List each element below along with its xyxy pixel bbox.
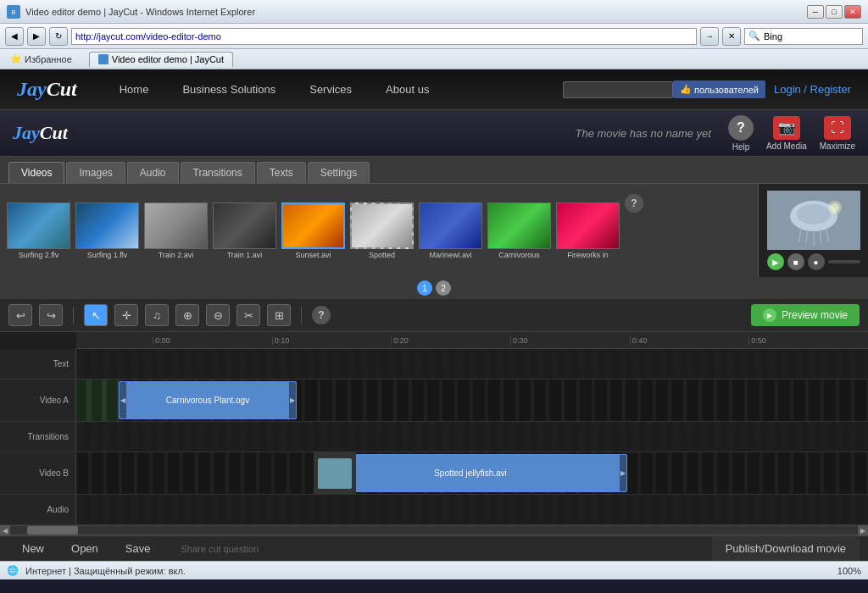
- clip-b[interactable]: ◀ Spotted jellyfish.avi ▶: [314, 454, 627, 492]
- ruler-mark-3: 0:30: [510, 336, 630, 345]
- list-item[interactable]: Surfing 1.flv: [75, 202, 139, 259]
- list-item[interactable]: Sunset.avi: [281, 202, 345, 259]
- publish-button[interactable]: Publish/Download movie: [712, 536, 860, 561]
- address-bar[interactable]: http://jaycut.com/video-editor-demo: [71, 28, 697, 45]
- page-1-button[interactable]: 1: [417, 280, 432, 296]
- video-b-content: ◀ Spotted jellyfish.avi ▶: [76, 452, 868, 494]
- browser-nav-bar: ◀ ▶ ↻ http://jaycut.com/video-editor-dem…: [0, 24, 868, 49]
- logo[interactable]: JayCut: [17, 78, 77, 101]
- editor-logo[interactable]: JayCut: [13, 122, 576, 144]
- nav-business[interactable]: Business Solutions: [165, 69, 292, 110]
- bottom-bar: New Open Save Share cut question Publish…: [0, 535, 868, 561]
- text-track-label: Text: [0, 349, 76, 379]
- media-thumb-fireworks: [556, 202, 620, 249]
- media-label: Marinewi.avi: [429, 251, 471, 259]
- right-scroll-button[interactable]: ▶: [858, 525, 868, 535]
- help-button[interactable]: ? Help: [728, 115, 754, 152]
- close-button[interactable]: ✕: [844, 5, 861, 19]
- media-thumb-marine: [419, 202, 482, 249]
- media-thumb-spotted: [350, 202, 414, 249]
- scroll-thumb[interactable]: [27, 526, 78, 535]
- nav-home[interactable]: Home: [103, 69, 166, 110]
- audio-tool-button[interactable]: ♫: [145, 304, 169, 326]
- nav-search-input[interactable]: [563, 81, 673, 98]
- open-button[interactable]: Open: [58, 536, 112, 561]
- tab-settings[interactable]: Settings: [308, 162, 370, 183]
- search-bar: 🔍 Bing: [744, 28, 863, 45]
- address-text: http://jaycut.com/video-editor-demo: [75, 31, 221, 42]
- favorites-item[interactable]: ⭐ Избранное: [7, 53, 75, 65]
- media-thumb-carnivorous: [487, 202, 551, 249]
- blade-tool-button[interactable]: ✂: [236, 304, 260, 326]
- clip-b-handle-right[interactable]: ▶: [620, 455, 626, 491]
- media-pagination: 1 2: [0, 277, 868, 299]
- maximize-icon: ⛶: [824, 116, 851, 140]
- restore-button[interactable]: □: [826, 5, 843, 19]
- track-background-strip: [76, 349, 868, 379]
- zoom-out-button[interactable]: ⊖: [206, 304, 230, 326]
- undo-button[interactable]: ↩: [8, 304, 32, 326]
- login-button[interactable]: Login / Register: [774, 83, 851, 96]
- new-button[interactable]: New: [8, 536, 58, 561]
- stop-button[interactable]: ■: [787, 253, 804, 270]
- media-tabs-bar: Videos Images Audio Transitions Texts Se…: [0, 157, 868, 184]
- multiselect-tool-button[interactable]: ✛: [114, 304, 138, 326]
- list-item[interactable]: Marinewi.avi: [419, 202, 482, 259]
- tab-images[interactable]: Images: [66, 162, 125, 183]
- list-item[interactable]: Spotted: [350, 202, 414, 259]
- tab-texts[interactable]: Texts: [257, 162, 306, 183]
- clip-a-handle-left[interactable]: ◀: [120, 382, 126, 418]
- tab-videos[interactable]: Videos: [8, 162, 64, 183]
- refresh-button[interactable]: ↻: [49, 27, 68, 46]
- media-thumb-surf1: [75, 202, 139, 249]
- forward-button[interactable]: ▶: [27, 27, 46, 46]
- toolbar-separator-2: [301, 307, 302, 324]
- nav-services[interactable]: Services: [292, 69, 369, 110]
- preview-movie-label: Preview movie: [782, 309, 848, 321]
- list-item[interactable]: Fireworks in: [556, 202, 620, 259]
- fit-button[interactable]: ⊞: [267, 304, 291, 326]
- select-tool-button[interactable]: ↖: [84, 304, 108, 326]
- save-button[interactable]: Save: [112, 536, 164, 561]
- preview-movie-button[interactable]: ▶ Preview movie: [751, 304, 860, 326]
- window-buttons: ─ □ ✕: [807, 5, 861, 19]
- zoom-in-button[interactable]: ⊕: [175, 304, 199, 326]
- list-item[interactable]: Train 2.avi: [144, 202, 208, 259]
- text-track: Text: [0, 349, 868, 380]
- list-item[interactable]: Train 1.avi: [213, 202, 276, 259]
- left-scroll-button[interactable]: ◀: [0, 525, 10, 535]
- timeline: 0:00 0:10 0:20 0:30 0:40 0:50 Text Video…: [0, 332, 868, 535]
- add-media-icon: 📷: [773, 116, 800, 140]
- help-label: Help: [732, 142, 750, 152]
- back-button[interactable]: ◀: [5, 27, 24, 46]
- text-track-content[interactable]: [76, 349, 868, 379]
- minimize-button[interactable]: ─: [807, 5, 824, 19]
- progress-slider[interactable]: [828, 260, 860, 263]
- clip-a-handle-right[interactable]: ▶: [289, 382, 296, 418]
- media-help-button[interactable]: ?: [625, 194, 643, 213]
- go-button[interactable]: →: [700, 27, 719, 46]
- maximize-button[interactable]: ⛶ Maximize: [820, 116, 855, 151]
- browser-title-text: Video editor demo | JayCut - Windows Int…: [25, 7, 802, 17]
- facebook-icon: 👍: [680, 84, 692, 95]
- list-item[interactable]: Carnivorous: [487, 202, 551, 259]
- audio-content[interactable]: [76, 495, 868, 524]
- browser-tab[interactable]: Video editor demo | JayCut: [89, 52, 233, 67]
- stop-button[interactable]: ✕: [722, 27, 741, 46]
- ruler-mark-2: 0:20: [391, 336, 510, 345]
- play-button[interactable]: ▶: [767, 253, 784, 270]
- facebook-label: пользователей: [694, 85, 759, 95]
- facebook-button[interactable]: 👍 пользователей: [673, 80, 765, 98]
- page-2-button[interactable]: 2: [436, 280, 451, 296]
- transitions-content[interactable]: [76, 422, 868, 452]
- list-item[interactable]: Surfing 2.flv: [7, 202, 70, 259]
- tab-label: Video editor demo | JayCut: [112, 54, 224, 64]
- redo-button[interactable]: ↪: [39, 304, 63, 326]
- tab-transitions[interactable]: Transitions: [181, 162, 255, 183]
- nav-about[interactable]: About us: [369, 69, 446, 110]
- record-button[interactable]: ●: [808, 253, 825, 270]
- clip-a[interactable]: ◀ Carnivorous Plant.ogv ▶: [119, 381, 297, 419]
- timeline-help-button[interactable]: ?: [312, 306, 331, 324]
- tab-audio[interactable]: Audio: [127, 162, 179, 183]
- add-media-button[interactable]: 📷 Add Media: [766, 116, 807, 151]
